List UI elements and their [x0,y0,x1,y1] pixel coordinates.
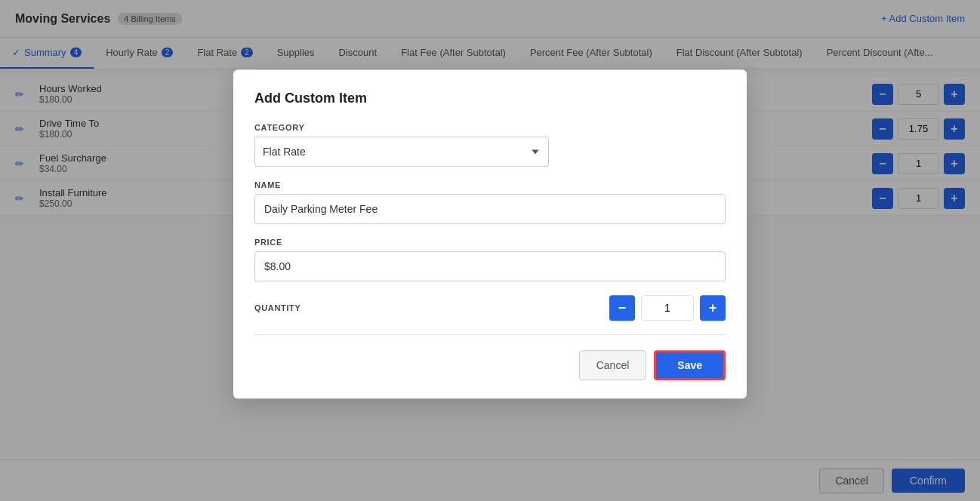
category-label: CATEGORY [254,123,726,132]
quantity-increment-button[interactable]: + [700,295,726,321]
modal-title: Add Custom Item [254,91,726,106]
price-input[interactable] [254,251,726,281]
modal-footer: Cancel Save [254,338,726,380]
category-field-group: CATEGORY Flat Rate Hourly Rate Supplies … [254,123,726,167]
add-custom-item-modal: Add Custom Item CATEGORY Flat Rate Hourl… [233,69,747,398]
name-input[interactable] [254,194,726,224]
quantity-label: QUANTITY [254,303,609,312]
price-field-group: PRICE [254,238,726,281]
quantity-decrement-button[interactable]: − [609,295,635,321]
name-label: NAME [254,180,726,189]
quantity-control: − + [609,295,726,321]
quantity-row: QUANTITY − + [254,295,726,335]
name-field-group: NAME [254,180,726,224]
quantity-input[interactable] [641,295,694,321]
category-select[interactable]: Flat Rate Hourly Rate Supplies Discount [254,137,549,167]
modal-cancel-button[interactable]: Cancel [579,350,647,380]
modal-save-button[interactable]: Save [654,350,726,380]
price-label: PRICE [254,238,726,247]
